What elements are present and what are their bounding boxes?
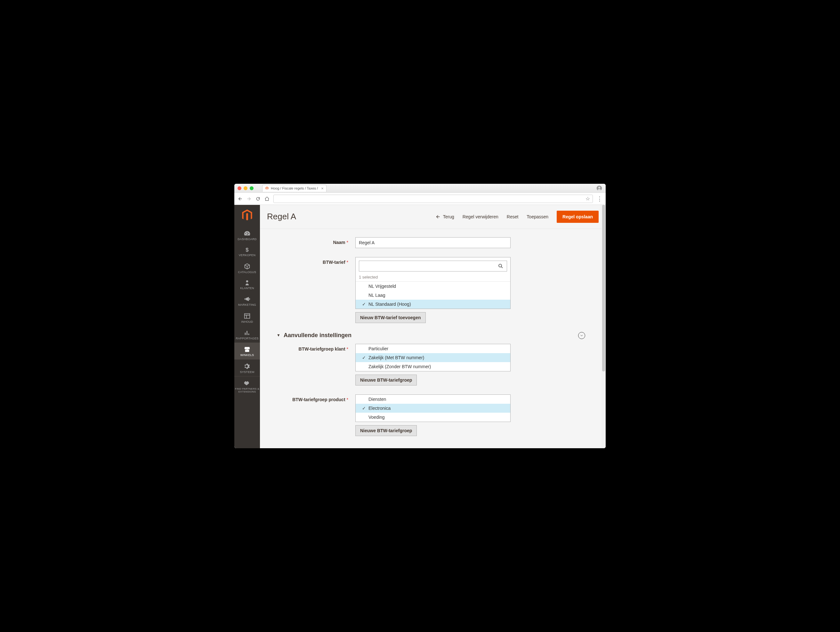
- bookmark-star-icon[interactable]: ☆: [586, 196, 590, 202]
- name-label: Naam*: [272, 237, 348, 245]
- browser-tab-title: Hoog / Fiscale regels / Taxes /: [271, 186, 318, 190]
- customer-group-option[interactable]: ✓Zakelijk (Met BTW nummer): [356, 353, 510, 362]
- window-minimize-button[interactable]: [244, 186, 248, 190]
- window-titlebar: Hoog / Fiscale regels / Taxes / ×: [234, 184, 606, 193]
- forward-icon: [246, 196, 252, 201]
- home-icon[interactable]: [264, 196, 270, 201]
- svg-point-4: [499, 264, 502, 267]
- svg-point-3: [246, 280, 248, 283]
- name-input[interactable]: [355, 237, 511, 248]
- scrollbar-thumb[interactable]: [602, 205, 605, 371]
- sidebar-item-marketing[interactable]: MARKETING: [234, 292, 260, 309]
- reset-button[interactable]: Reset: [507, 214, 519, 219]
- save-rule-button[interactable]: Regel opslaan: [557, 211, 598, 223]
- window-close-button[interactable]: [237, 186, 242, 190]
- store-icon: [244, 346, 251, 353]
- sidebar-item-sales[interactable]: $ VERKOPEN: [234, 243, 260, 259]
- apply-button[interactable]: Toepassen: [527, 214, 548, 219]
- product-group-multiselect: ✓Diensten ✓Electronica ✓Voeding: [355, 395, 511, 422]
- form-area: Naam* BTW-tarief*: [260, 229, 606, 449]
- check-icon: ✓: [362, 406, 366, 411]
- tax-rate-multiselect: 1 selected ✓NL Vrijgesteld ✓NL Laag ✓NL …: [355, 257, 511, 309]
- gear-icon: [244, 363, 251, 370]
- url-bar[interactable]: ☆: [273, 195, 593, 203]
- arrow-left-icon: [435, 214, 441, 219]
- dollar-icon: $: [244, 246, 250, 253]
- tax-rate-search[interactable]: [359, 261, 507, 272]
- back-icon[interactable]: [237, 196, 243, 201]
- megaphone-icon: [244, 295, 251, 303]
- dashboard-gauge-icon: [244, 230, 251, 237]
- sidebar-item-content[interactable]: INHOUD: [234, 309, 260, 326]
- browser-tab[interactable]: Hoog / Fiscale regels / Taxes / ×: [262, 185, 327, 192]
- browser-navbar: ☆ ⋮: [234, 193, 606, 205]
- section-title: Aanvullende instellingen: [284, 332, 352, 339]
- tax-rate-option[interactable]: ✓NL Vrijgesteld: [356, 282, 510, 291]
- product-group-option[interactable]: ✓Diensten: [356, 395, 510, 404]
- product-group-label: BTW-tariefgroep product*: [272, 395, 348, 402]
- layout-icon: [244, 313, 251, 319]
- tax-rate-selected-count: 1 selected: [356, 275, 510, 281]
- tax-rate-label: BTW-tarief*: [272, 257, 348, 265]
- browser-window: Hoog / Fiscale regels / Taxes / × ☆ ⋮ DA…: [234, 184, 606, 448]
- sidebar-item-catalog[interactable]: CATALOGUS: [234, 260, 260, 276]
- customer-group-label: BTW-tariefgroep klant*: [272, 344, 348, 352]
- sidebar-item-system[interactable]: SYSTEEM: [234, 360, 260, 376]
- admin-sidebar: DASHBOARD $ VERKOPEN CATALOGUS KLANTEN M…: [234, 205, 260, 448]
- magento-favicon-icon: [265, 186, 269, 190]
- page-header: Regel A Terug Regel verwijderen Reset To…: [260, 205, 606, 229]
- tax-rate-search-input[interactable]: [362, 264, 498, 269]
- triangle-down-icon: ▼: [276, 333, 280, 337]
- box-icon: [244, 263, 251, 270]
- delete-rule-button[interactable]: Regel verwijderen: [463, 214, 499, 219]
- additional-settings-toggle[interactable]: ▼ Aanvullende instellingen: [276, 332, 594, 339]
- customer-group-option[interactable]: ✓Zakelijk (Zonder BTW nummer): [356, 362, 510, 371]
- customer-group-multiselect: ✓Particulier ✓Zakelijk (Met BTW nummer) …: [355, 344, 511, 371]
- tax-rate-option[interactable]: ✓NL Standaard (Hoog): [356, 300, 510, 309]
- product-group-option[interactable]: ✓Electronica: [356, 404, 510, 413]
- collapse-all-icon[interactable]: [578, 332, 585, 339]
- check-icon: ✓: [362, 302, 366, 307]
- svg-point-1: [598, 186, 600, 189]
- app-shell: DASHBOARD $ VERKOPEN CATALOGUS KLANTEN M…: [234, 205, 606, 448]
- add-product-group-button[interactable]: Nieuwe BTW-tariefgroep: [355, 425, 417, 436]
- page-title: Regel A: [267, 212, 296, 221]
- browser-menu-icon[interactable]: ⋮: [597, 196, 603, 202]
- magento-logo-icon[interactable]: [234, 205, 260, 227]
- add-tax-rate-button[interactable]: Nieuw BTW-tarief toevoegen: [355, 312, 426, 323]
- sidebar-item-partners[interactable]: FIND PARTNERS & EXTENSIONS: [234, 376, 260, 396]
- product-group-option[interactable]: ✓Voeding: [356, 413, 510, 422]
- sidebar-item-stores[interactable]: WINKELS: [234, 343, 260, 359]
- reload-icon[interactable]: [256, 196, 261, 201]
- search-icon[interactable]: [498, 263, 504, 269]
- handshake-icon: [244, 380, 251, 387]
- add-customer-group-button[interactable]: Nieuwe BTW-tariefgroep: [355, 374, 417, 386]
- person-icon: [244, 280, 250, 286]
- sidebar-item-reports[interactable]: RAPPORTAGES: [234, 326, 260, 343]
- customer-group-option[interactable]: ✓Particulier: [356, 344, 510, 353]
- vertical-scrollbar[interactable]: [602, 205, 606, 448]
- profile-avatar-icon[interactable]: [596, 185, 603, 191]
- svg-text:$: $: [246, 247, 249, 253]
- sidebar-item-dashboard[interactable]: DASHBOARD: [234, 227, 260, 243]
- back-button[interactable]: Terug: [435, 214, 454, 219]
- check-icon: ✓: [362, 355, 366, 360]
- close-tab-icon[interactable]: ×: [321, 186, 324, 191]
- bars-icon: [244, 329, 251, 336]
- tax-rate-option[interactable]: ✓NL Laag: [356, 291, 510, 300]
- window-maximize-button[interactable]: [250, 186, 254, 190]
- sidebar-item-customers[interactable]: KLANTEN: [234, 276, 260, 292]
